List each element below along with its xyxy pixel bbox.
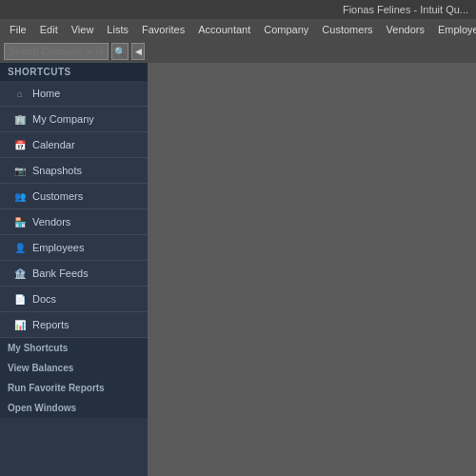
- menu-item-accountant[interactable]: Accountant: [192, 22, 256, 37]
- sidebar-item-vendors[interactable]: 🏪Vendors: [0, 209, 148, 235]
- search-bar: 🔍 ◀: [0, 40, 476, 63]
- sidebar-section-header: Shortcuts: [0, 63, 148, 81]
- my-company-icon: 🏢: [13, 112, 27, 126]
- sidebar-item-employees[interactable]: 👤Employees: [0, 235, 148, 261]
- home-icon: ⌂: [13, 87, 27, 100]
- customers-icon: 👥: [13, 189, 27, 203]
- menu-item-lists[interactable]: Lists: [101, 22, 134, 37]
- menu-item-company[interactable]: Company: [258, 22, 314, 37]
- sidebar-item-label-home: Home: [32, 88, 60, 99]
- sidebar-item-calendar[interactable]: 📅Calendar: [0, 132, 148, 158]
- menu-item-edit[interactable]: Edit: [34, 22, 64, 37]
- sidebar-item-reports[interactable]: 📊Reports: [0, 312, 148, 338]
- sidebar-bottom-open-windows[interactable]: Open Windows: [0, 398, 148, 418]
- calendar-icon: 📅: [13, 138, 27, 151]
- sidebar-item-label-snapshots: Snapshots: [32, 165, 82, 176]
- sidebar-item-label-customers: Customers: [32, 190, 83, 202]
- sidebar-item-label-bank-feeds: Bank Feeds: [32, 268, 89, 279]
- menu-item-favorites[interactable]: Favorites: [136, 22, 190, 37]
- title-text: Fionas Felines - Intuit Qu...: [343, 4, 468, 15]
- menu-item-vendors[interactable]: Vendors: [381, 22, 430, 37]
- vendors-icon: 🏪: [13, 215, 27, 228]
- menu-item-file[interactable]: File: [4, 22, 32, 37]
- sidebar-item-label-calendar: Calendar: [32, 139, 75, 150]
- sidebar-bottom-my-shortcuts[interactable]: My Shortcuts: [0, 338, 148, 358]
- employees-icon: 👤: [13, 241, 27, 254]
- sidebar-item-label-employees: Employees: [32, 242, 84, 253]
- sidebar-item-customers[interactable]: 👥Customers: [0, 184, 148, 209]
- main-layout: Shortcuts ⌂Home🏢My Company📅Calendar📷Snap…: [0, 63, 476, 476]
- bank-feeds-icon: 🏦: [13, 267, 27, 280]
- sidebar-item-my-company[interactable]: 🏢My Company: [0, 107, 148, 132]
- search-button[interactable]: 🔍: [111, 43, 129, 60]
- sidebar-item-snapshots[interactable]: 📷Snapshots: [0, 158, 148, 184]
- sidebar-item-label-vendors: Vendors: [32, 216, 70, 228]
- sidebar: Shortcuts ⌂Home🏢My Company📅Calendar📷Snap…: [0, 63, 148, 476]
- menu-bar: FileEditViewListsFavoritesAccountantComp…: [0, 19, 476, 40]
- sidebar-item-label-reports: Reports: [32, 319, 69, 330]
- menu-item-view[interactable]: View: [66, 22, 100, 37]
- menu-item-employees[interactable]: Employees: [432, 22, 476, 37]
- sidebar-item-home[interactable]: ⌂Home: [0, 81, 148, 107]
- reports-icon: 📊: [13, 318, 27, 331]
- snapshots-icon: 📷: [13, 164, 27, 177]
- docs-icon: 📄: [13, 292, 27, 306]
- sidebar-item-label-my-company: My Company: [32, 113, 94, 125]
- search-input[interactable]: [4, 43, 109, 60]
- content-area: [148, 63, 476, 476]
- sidebar-item-docs[interactable]: 📄Docs: [0, 287, 148, 312]
- sidebar-bottom-run-favorite-reports[interactable]: Run Favorite Reports: [0, 378, 148, 398]
- back-button[interactable]: ◀: [131, 43, 145, 60]
- menu-item-customers[interactable]: Customers: [316, 22, 378, 37]
- sidebar-item-label-docs: Docs: [32, 293, 56, 305]
- sidebar-bottom-view-balances[interactable]: View Balances: [0, 358, 148, 378]
- title-bar: Fionas Felines - Intuit Qu...: [0, 0, 476, 19]
- sidebar-item-bank-feeds[interactable]: 🏦Bank Feeds: [0, 261, 148, 287]
